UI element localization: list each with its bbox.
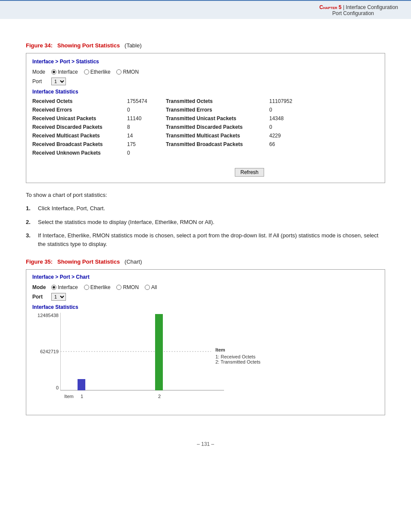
fig34-radio-interface-label: Interface [58, 69, 78, 75]
stat-transmitted-discarded-label: Transmitted Discarded Packets [166, 123, 269, 131]
chart-xlabel: Item [64, 394, 73, 399]
fig35-port-select[interactable]: 1 [51, 293, 66, 301]
fig34-radio-interface[interactable]: Interface [51, 69, 78, 75]
fig34-ui-title: Interface > Port > Statistics [32, 59, 379, 65]
body-text: To show a chart of port statistics: [26, 192, 385, 198]
bar1-blue [78, 379, 85, 390]
stat-transmitted-multicast-value: 4229 [269, 132, 308, 140]
fig35-radio-interface[interactable]: Interface [51, 284, 78, 290]
header-line1: Interface Configuration [346, 4, 398, 10]
fig35-mode-label: Mode [32, 284, 49, 290]
stat-received-errors-value: 0 [127, 106, 166, 114]
fig35-port-label: Port [32, 294, 49, 300]
chart-x1: 1 [81, 394, 83, 399]
page-content: Figure 34: Showing Port Statistics (Tabl… [0, 19, 411, 432]
fig34-radio-etherlike[interactable]: Etherlike [84, 69, 111, 75]
fig35-radio-rmon-label: RMON [123, 284, 139, 290]
fig35-radio-group: Interface Etherlike RMON All [51, 284, 157, 290]
fig35-radio-all-label: All [151, 284, 157, 290]
fig34-radio-group: Interface Etherlike RMON [51, 69, 139, 75]
stat-transmitted-broadcast-value: 66 [269, 140, 308, 148]
chart-y-mid: 6242719 [40, 349, 59, 354]
step-2: 2. Select the statistics mode to display… [26, 218, 385, 227]
stat-transmitted-unicast-label: Transmitted Unicast Packets [166, 115, 269, 122]
stat-received-multicast-label: Received Multicast Packets [32, 132, 127, 140]
fig34-type: (Table) [125, 42, 142, 49]
chapter-label: Chapter 5 [319, 4, 342, 10]
fig34-radio-rmon[interactable]: RMON [116, 69, 139, 75]
fig35-radio-rmon[interactable]: RMON [116, 284, 139, 290]
stat-empty-label [166, 149, 269, 157]
stat-transmitted-multicast-label: Transmitted Multicast Packets [166, 132, 269, 140]
steps-list: 1. Click Interface, Port, Chart. 2. Sele… [26, 204, 385, 248]
stat-transmitted-octets-value: 11107952 [269, 97, 308, 105]
stat-transmitted-broadcast-label: Transmitted Broadcast Packets [166, 140, 269, 148]
step-3: 3. If Interface, Etherlike, RMON statist… [26, 231, 385, 248]
fig35-radio-interface-label: Interface [58, 284, 78, 290]
stat-received-unicast-label: Received Unicast Packets [32, 115, 127, 122]
figure34-ui-box: Interface > Port > Statistics Mode Inter… [26, 53, 385, 183]
fig35-ui-title: Interface > Port > Chart [32, 274, 379, 280]
stat-received-multicast-value: 14 [127, 132, 166, 140]
refresh-button[interactable]: Refresh [235, 168, 264, 177]
figure35-ui-box: Interface > Port > Chart Mode Interface … [26, 269, 385, 415]
step-2-text: Select the statistics mode to display (I… [38, 218, 385, 227]
chart-y-max: 12485438 [37, 313, 59, 318]
step-3-text: If Interface, Etherlike, RMON statistics… [38, 231, 385, 248]
step-2-num: 2. [26, 218, 34, 227]
fig34-radio-etherlike-circle[interactable] [84, 69, 89, 75]
legend-title: Item [215, 347, 261, 352]
fig35-radio-interface-circle[interactable] [51, 285, 56, 290]
fig34-mode-row: Mode Interface Etherlike RMON [32, 69, 379, 75]
fig34-section-title: Interface Statistics [32, 89, 379, 95]
fig34-radio-interface-circle[interactable] [51, 69, 56, 75]
stat-received-broadcast-label: Received Broadcast Packets [32, 140, 127, 148]
stat-received-broadcast-value: 175 [127, 140, 166, 148]
stat-empty-value [269, 149, 308, 157]
fig35-radio-rmon-circle[interactable] [116, 285, 121, 290]
stat-received-unicast-value: 11140 [127, 115, 166, 122]
fig34-port-select[interactable]: 1 [51, 78, 66, 85]
stat-received-octets-label: Received Octets [32, 97, 127, 105]
fig34-radio-rmon-circle[interactable] [116, 69, 121, 75]
step-1: 1. Click Interface, Port, Chart. [26, 204, 385, 213]
fig35-section-title: Interface Statistics [32, 304, 379, 310]
legend-item2: 2: Transmitted Octets [215, 359, 261, 364]
stat-received-discarded-label: Received Discarded Packets [32, 123, 127, 131]
fig34-radio-etherlike-label: Etherlike [90, 69, 111, 75]
stat-transmitted-errors-label: Transmitted Errors [166, 106, 269, 114]
stat-transmitted-discarded-value: 0 [269, 123, 308, 131]
fig35-radio-etherlike[interactable]: Etherlike [84, 284, 111, 290]
figure34-title: Figure 34: Showing Port Statistics (Tabl… [26, 42, 385, 49]
page-number: – 131 – [0, 432, 411, 451]
stat-received-discarded-value: 8 [127, 123, 166, 131]
fig35-radio-all-circle[interactable] [145, 285, 150, 290]
fig34-port-label: Port [32, 78, 49, 84]
fig35-type: (Chart) [125, 258, 142, 265]
stat-transmitted-octets-label: Transmitted Octets [166, 97, 269, 105]
step-3-num: 3. [26, 231, 34, 248]
fig35-radio-etherlike-circle[interactable] [84, 285, 89, 290]
step-1-text: Click Interface, Port, Chart. [38, 204, 385, 213]
fig34-port-row: Port 1 [32, 78, 379, 85]
fig34-name: Showing Port Statistics [57, 42, 120, 49]
stat-received-unknown-label: Received Unknown Packets [32, 149, 127, 157]
page-header: Chapter 5 | Interface Configuration Port… [0, 0, 411, 19]
fig34-label: Figure 34: [26, 42, 53, 49]
header-line2: Port Configuration [332, 10, 374, 16]
stat-received-octets-value: 1755474 [127, 97, 166, 105]
chart-x2: 2 [158, 394, 161, 399]
fig34-stats-grid: Received Octets 1755474 Transmitted Octe… [32, 97, 379, 157]
fig35-radio-etherlike-label: Etherlike [90, 284, 111, 290]
chart-svg: Item 1 2 [60, 313, 241, 408]
bar2-green [155, 314, 163, 390]
step-1-num: 1. [26, 204, 34, 213]
stat-transmitted-unicast-value: 14348 [269, 115, 308, 122]
fig35-mode-row: Mode Interface Etherlike RMON All [32, 284, 379, 290]
fig34-radio-rmon-label: RMON [123, 69, 139, 75]
figure35-title: Figure 35: Showing Port Statistics (Char… [26, 258, 385, 265]
fig35-port-row: Port 1 [32, 293, 379, 301]
legend-item1: 1: Received Octets [215, 354, 261, 359]
stat-transmitted-errors-value: 0 [269, 106, 308, 114]
fig35-radio-all[interactable]: All [145, 284, 157, 290]
